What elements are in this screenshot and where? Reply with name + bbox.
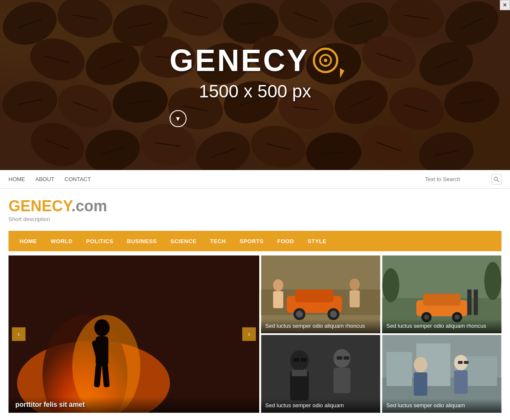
- svg-point-6: [164, 0, 227, 42]
- svg-point-74: [94, 319, 110, 336]
- svg-point-2: [54, 0, 116, 42]
- grid-item-1-caption: Sed luctus semper odio aliquam rhoncus: [261, 319, 380, 333]
- navbar-link-about[interactable]: ABOUT: [35, 174, 54, 184]
- svg-point-68: [494, 177, 498, 180]
- slider-next-button[interactable]: ›: [242, 327, 256, 341]
- navbar-link-home[interactable]: HOME: [8, 174, 25, 184]
- content-area: porttitor felis sit amet: [0, 255, 510, 413]
- slide-1-caption: porttitor felis sit amet: [8, 397, 259, 413]
- svg-rect-97: [273, 291, 283, 308]
- close-button[interactable]: ×: [500, 0, 510, 10]
- cat-nav-style[interactable]: STYLE: [301, 231, 333, 251]
- cat-nav-sports[interactable]: SPORTS: [233, 231, 270, 251]
- slider-prev-button[interactable]: ‹: [12, 327, 26, 341]
- svg-rect-91: [295, 289, 334, 302]
- navbar-links: HOME ABOUT CONTACT: [8, 174, 425, 184]
- grid-item-3[interactable]: Sed luctus semper odio aliquam: [261, 335, 380, 413]
- search-icon[interactable]: [491, 174, 502, 184]
- svg-point-95: [330, 311, 337, 318]
- grid-item-1-text: Sed luctus semper odio aliquam rhoncus: [265, 323, 376, 330]
- grid-item-3-text: Sed luctus semper odio aliquam: [265, 402, 376, 409]
- svg-rect-103: [423, 294, 461, 306]
- svg-point-127: [414, 357, 428, 372]
- featured-slider: porttitor felis sit amet: [8, 255, 259, 413]
- cat-nav-world[interactable]: WORLD: [44, 231, 79, 251]
- brand-name-colored: GENECY: [8, 197, 71, 215]
- grid-item-2-caption: Sed luctus semper odio aliquam rhoncus: [382, 319, 502, 333]
- grid-item-2[interactable]: Sed luctus semper odio aliquam rhoncus: [382, 255, 502, 333]
- svg-rect-128: [414, 372, 428, 396]
- navbar: HOME ABOUT CONTACT: [0, 170, 510, 189]
- svg-rect-119: [334, 368, 351, 393]
- svg-rect-111: [474, 289, 478, 315]
- svg-point-66: [415, 128, 477, 170]
- svg-rect-110: [468, 289, 472, 315]
- hero-subtitle: 1500 x 500 px: [170, 81, 340, 102]
- slide-1-caption-text: porttitor felis sit amet: [15, 401, 252, 409]
- grid-item-1[interactable]: Sed luctus semper odio aliquam rhoncus: [261, 255, 380, 333]
- svg-rect-99: [350, 290, 360, 307]
- svg-point-108: [382, 268, 400, 302]
- hero-content: GENECY 1500 x 500 px ▾: [170, 43, 340, 127]
- grid-item-2-text: Sed luctus semper odio aliquam rhoncus: [386, 323, 497, 330]
- hero-scroll-button[interactable]: ▾: [170, 110, 187, 127]
- cat-nav-food[interactable]: FOOD: [270, 231, 301, 251]
- svg-rect-120: [337, 356, 343, 360]
- svg-point-109: [484, 262, 502, 300]
- cat-nav-business[interactable]: BUSINESS: [120, 231, 164, 251]
- svg-rect-117: [292, 370, 307, 376]
- navbar-search: [425, 174, 502, 184]
- brand-name: GENECY.com: [8, 197, 502, 215]
- svg-point-96: [273, 279, 283, 291]
- svg-rect-121: [344, 356, 349, 360]
- svg-rect-115: [294, 358, 300, 362]
- brand-name-plain: .com: [71, 197, 107, 215]
- svg-point-54: [80, 124, 144, 170]
- search-input[interactable]: [425, 176, 489, 182]
- hero-section: GENECY 1500 x 500 px ▾: [0, 0, 510, 170]
- category-nav: HOME WORLD POLITICS BUSINESS SCIENCE TEC…: [8, 231, 502, 251]
- svg-point-62: [305, 131, 363, 170]
- grid-item-4[interactable]: Sed luctus semper odio aliquam: [382, 335, 502, 413]
- hero-logo: GENECY: [170, 43, 340, 78]
- svg-point-98: [350, 278, 360, 290]
- hero-logo-text: GENECY: [170, 43, 309, 78]
- svg-point-93: [296, 311, 303, 318]
- svg-point-14: [386, 0, 447, 41]
- svg-point-58: [190, 125, 256, 170]
- article-grid: Sed luctus semper odio aliquam rhoncus: [261, 255, 502, 413]
- brand-header: GENECY.com Short description: [0, 189, 510, 227]
- brand-description: Short description: [8, 216, 502, 222]
- svg-line-69: [497, 180, 499, 182]
- cat-nav-tech[interactable]: TECH: [203, 231, 232, 251]
- cat-nav-home[interactable]: HOME: [13, 231, 44, 251]
- cat-nav-politics[interactable]: POLITICS: [79, 231, 120, 251]
- grid-item-4-caption: Sed luctus semper odio aliquam: [382, 399, 502, 413]
- navbar-link-contact[interactable]: CONTACT: [65, 174, 91, 184]
- grid-item-3-caption: Sed luctus semper odio aliquam: [261, 399, 380, 413]
- hero-target-icon: [311, 45, 340, 75]
- grid-item-4-text: Sed luctus semper odio aliquam: [386, 402, 497, 409]
- cat-nav-science[interactable]: SCIENCE: [164, 231, 203, 251]
- svg-rect-131: [458, 361, 463, 364]
- svg-rect-132: [464, 361, 469, 364]
- svg-rect-116: [301, 358, 307, 362]
- svg-rect-130: [454, 370, 468, 394]
- svg-rect-124: [387, 352, 412, 386]
